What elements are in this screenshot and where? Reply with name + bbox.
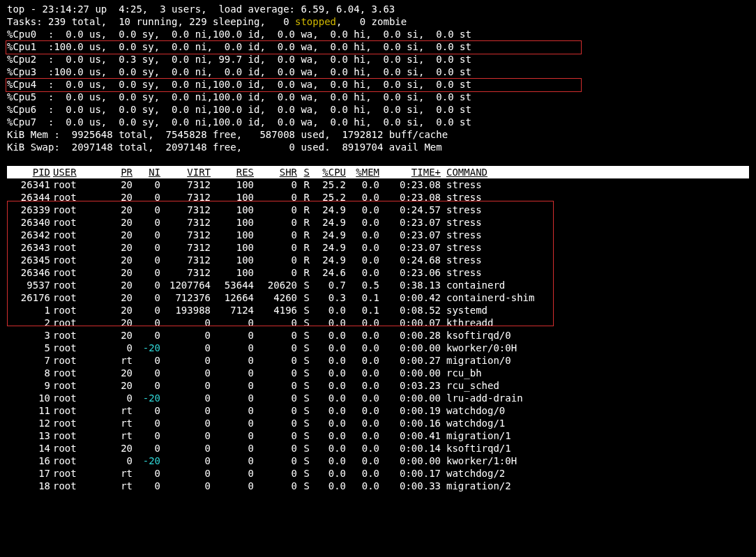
cell-cpu: 0.0 bbox=[310, 467, 346, 480]
cell-res: 0 bbox=[211, 455, 254, 467]
cell-res: 0 bbox=[211, 354, 254, 367]
cell-shr: 0 bbox=[254, 467, 297, 480]
cell-ni: 0 bbox=[133, 442, 160, 455]
cell-cpu: 0.0 bbox=[310, 329, 346, 342]
cell-cmd: ksoftirqd/1 bbox=[441, 442, 749, 455]
cell-cmd: kworker/1:0H bbox=[441, 455, 749, 467]
cell-cpu: 0.0 bbox=[310, 354, 346, 367]
cell-cmd: watchdog/1 bbox=[441, 417, 749, 429]
cell-cpu: 0.0 bbox=[310, 379, 346, 392]
swap-line: KiB Swap: 2097148 total, 2097148 free, 0… bbox=[7, 141, 749, 153]
cell-mem: 0.0 bbox=[346, 354, 379, 367]
cell-res: 0 bbox=[211, 329, 254, 342]
cell-virt: 0 bbox=[160, 329, 211, 342]
highlight-cpu3 bbox=[6, 78, 582, 92]
cell-time: 0:00.00 bbox=[379, 392, 441, 404]
cell-shr: 0 bbox=[254, 480, 297, 492]
cell-shr: 0 bbox=[254, 442, 297, 455]
cell-ni: 0 bbox=[133, 367, 160, 379]
cell-pr: 20 bbox=[103, 329, 133, 342]
cell-mem: 0.0 bbox=[346, 367, 379, 379]
cell-time: 0:00.17 bbox=[379, 467, 441, 480]
cell-user: root bbox=[53, 442, 103, 455]
process-row: 14root200000S0.00.00:00.14ksoftirqd/1 bbox=[7, 442, 749, 455]
cell-ni: 0 bbox=[133, 417, 160, 429]
cell-user: root bbox=[53, 329, 103, 342]
cell-shr: 0 bbox=[254, 455, 297, 467]
cell-pr: rt bbox=[103, 480, 133, 492]
cell-pr: rt bbox=[103, 429, 133, 442]
cell-s: S bbox=[297, 354, 310, 367]
cell-cmd: migration/2 bbox=[441, 480, 749, 492]
cell-pid: 10 bbox=[7, 392, 53, 404]
cell-res: 0 bbox=[211, 392, 254, 404]
cell-mem: 0.0 bbox=[346, 455, 379, 467]
cell-user: root bbox=[53, 178, 103, 191]
process-row: 16root0-20000S0.00.00:00.00kworker/1:0H bbox=[7, 455, 749, 467]
cell-cmd: rcu_bh bbox=[441, 367, 749, 379]
cell-s: S bbox=[297, 455, 310, 467]
cell-time: 0:00.33 bbox=[379, 480, 441, 492]
cell-cpu: 0.0 bbox=[310, 442, 346, 455]
cell-user: root bbox=[53, 480, 103, 492]
cell-mem: 0.0 bbox=[346, 467, 379, 480]
cell-pr: rt bbox=[103, 404, 133, 417]
cell-time: 0:00.27 bbox=[379, 354, 441, 367]
cell-user: root bbox=[53, 417, 103, 429]
process-row: 12rootrt0000S0.00.00:00.16watchdog/1 bbox=[7, 417, 749, 429]
cell-time: 0:00.14 bbox=[379, 442, 441, 455]
cell-ni: -20 bbox=[133, 342, 160, 354]
cell-s: S bbox=[297, 379, 310, 392]
cell-s: S bbox=[297, 329, 310, 342]
cell-cpu: 0.0 bbox=[310, 480, 346, 492]
cell-pr: 20 bbox=[103, 367, 133, 379]
cell-pid: 18 bbox=[7, 480, 53, 492]
terminal-output[interactable]: top - 23:14:27 up 4:25, 3 users, load av… bbox=[0, 0, 756, 499]
cell-ni: 0 bbox=[133, 480, 160, 492]
cell-pr: 0 bbox=[103, 455, 133, 467]
cell-user: root bbox=[53, 342, 103, 354]
cell-user: root bbox=[53, 392, 103, 404]
cell-virt: 0 bbox=[160, 392, 211, 404]
cell-s: S bbox=[297, 367, 310, 379]
cell-time: 0:00.00 bbox=[379, 342, 441, 354]
cell-s: S bbox=[297, 429, 310, 442]
cell-user: root bbox=[53, 404, 103, 417]
cell-cpu: 25.2 bbox=[310, 178, 346, 191]
process-row: 7rootrt0000S0.00.00:00.27migration/0 bbox=[7, 354, 749, 367]
cell-pid: 9 bbox=[7, 379, 53, 392]
process-row: 9root200000S0.00.00:03.23rcu_sched bbox=[7, 379, 749, 392]
cell-cpu: 0.0 bbox=[310, 429, 346, 442]
process-header: PID USER PR NI VIRT RES SHR S %CPU %MEM … bbox=[7, 166, 749, 178]
cell-s: S bbox=[297, 392, 310, 404]
cell-user: root bbox=[53, 467, 103, 480]
cell-cmd: stress bbox=[441, 178, 749, 191]
cell-ni: 0 bbox=[133, 329, 160, 342]
cell-pid: 13 bbox=[7, 429, 53, 442]
cell-pr: rt bbox=[103, 467, 133, 480]
cell-ni: -20 bbox=[133, 392, 160, 404]
cell-ni: 0 bbox=[133, 404, 160, 417]
cell-time: 0:03.23 bbox=[379, 379, 441, 392]
cell-res: 0 bbox=[211, 417, 254, 429]
cell-user: root bbox=[53, 429, 103, 442]
cell-ni: 0 bbox=[133, 354, 160, 367]
cell-cpu: 0.0 bbox=[310, 417, 346, 429]
process-row: 3root200000S0.00.00:00.28ksoftirqd/0 bbox=[7, 329, 749, 342]
cell-user: root bbox=[53, 379, 103, 392]
cpu7-line: %Cpu7 : 0.0 us, 0.0 sy, 0.0 ni,100.0 id,… bbox=[7, 116, 749, 128]
col-mem: %MEM bbox=[346, 166, 379, 178]
cell-s: S bbox=[297, 480, 310, 492]
cell-shr: 0 bbox=[254, 354, 297, 367]
cell-time: 0:23.08 bbox=[379, 178, 441, 191]
cell-s: R bbox=[297, 178, 310, 191]
cell-cmd: lru-add-drain bbox=[441, 392, 749, 404]
cell-shr: 0 bbox=[254, 379, 297, 392]
cell-res: 100 bbox=[211, 178, 254, 191]
cell-cmd: rcu_sched bbox=[441, 379, 749, 392]
col-time: TIME+ bbox=[379, 166, 441, 178]
cell-pid: 16 bbox=[7, 455, 53, 467]
cell-virt: 0 bbox=[160, 367, 211, 379]
col-cpu: %CPU bbox=[310, 166, 346, 178]
cell-mem: 0.0 bbox=[346, 429, 379, 442]
